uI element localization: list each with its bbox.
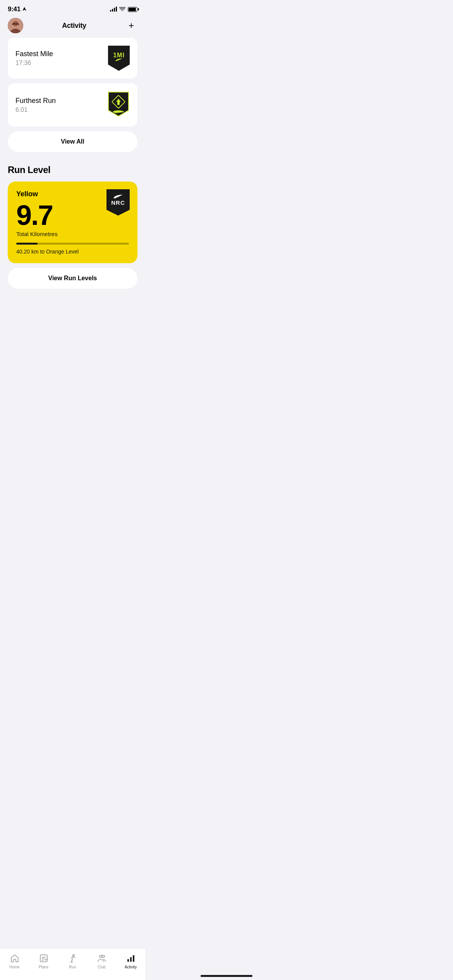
wifi-icon (119, 7, 125, 12)
furthest-run-card[interactable]: Furthest Run 6.01 (8, 83, 137, 127)
battery-icon (128, 7, 137, 12)
svg-marker-0 (22, 7, 26, 11)
page-title: Activity (62, 22, 86, 30)
run-level-card[interactable]: NRC Yellow 9.7 Total Kilometres 40.20 km… (8, 182, 137, 263)
badge-1mi: 1MI (108, 46, 130, 71)
status-bar: 9:41 (0, 0, 145, 16)
scroll-content: Fastest Mile 17:36 1MI Furthest Run 6.01 (0, 38, 145, 289)
status-time: 9:41 (8, 5, 27, 13)
badge-distance (107, 91, 130, 119)
fastest-mile-card[interactable]: Fastest Mile 17:36 1MI (8, 38, 137, 79)
view-all-button[interactable]: View All (8, 131, 137, 152)
nike-swoosh-icon (115, 58, 122, 62)
run-level-unit: Total Kilometres (16, 231, 129, 237)
add-button[interactable]: + (125, 19, 137, 32)
achievement-title: Fastest Mile (15, 50, 53, 58)
location-icon (22, 7, 27, 12)
header: Activity + (0, 16, 145, 38)
progress-bar (16, 243, 129, 245)
nrc-badge: NRC (106, 189, 130, 216)
achievement-info: Furthest Run 6.01 (15, 97, 56, 113)
progress-bar-fill (16, 243, 38, 245)
distance-to-next: 40.20 km to Orange Level (16, 248, 129, 255)
achievement-info: Fastest Mile 17:36 (15, 50, 53, 67)
view-run-levels-button[interactable]: View Run Levels (8, 268, 137, 289)
signal-icon (110, 7, 117, 12)
achievement-value: 6.01 (15, 106, 56, 113)
avatar[interactable] (8, 18, 23, 33)
achievement-title: Furthest Run (15, 97, 56, 105)
run-level-section: Run Level NRC Yellow 9.7 Total Kilometre… (8, 164, 137, 289)
achievement-value: 17:36 (15, 60, 53, 67)
time-display: 9:41 (8, 5, 21, 13)
status-icons (110, 7, 137, 12)
run-level-title: Run Level (8, 164, 137, 175)
